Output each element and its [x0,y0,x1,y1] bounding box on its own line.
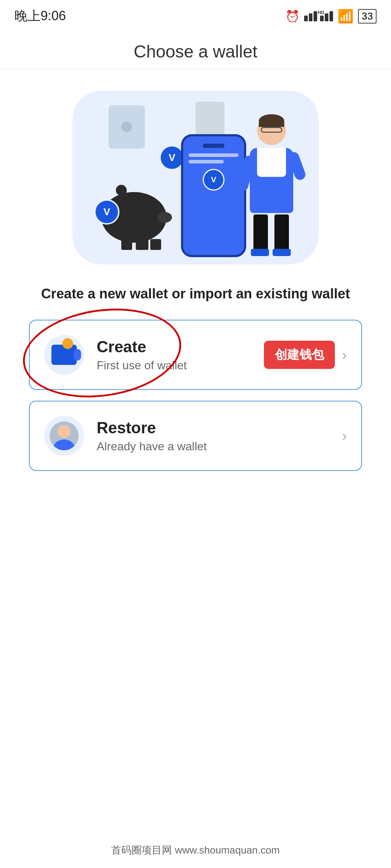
page-title: Choose a wallet [7,42,384,61]
svg-rect-5 [325,13,328,21]
piggy-leg-2 [121,239,132,250]
restore-chevron-icon: › [342,428,347,444]
restore-person-icon [50,421,79,450]
status-time: 晚上9:06 [14,7,66,25]
status-icons: ⏰ HD 📶 33 [285,8,377,24]
create-chevron-icon: › [342,347,347,363]
piggy-snout [157,212,172,223]
options-container: Create First use of wallet 创建钱包 › Restor… [14,320,377,471]
hero-illustration: V V V [72,91,319,264]
svg-rect-0 [304,16,308,21]
status-bar: 晚上9:06 ⏰ HD 📶 33 [0,0,391,31]
alarm-icon: ⏰ [285,9,300,23]
person-shoe-right [273,249,291,256]
restore-person-head [58,425,71,438]
phone-coin: V [203,169,224,191]
person-head [257,116,286,145]
person-hair [259,114,284,127]
create-icon-container [44,335,84,375]
person-shoe-left [251,249,269,256]
phone-line-2 [189,160,224,163]
create-option-subtitle: First use of wallet [97,359,257,372]
phone-notch [203,144,224,148]
person-shirt [257,148,286,177]
phone-illustration: V [181,134,246,257]
restore-wallet-card[interactable]: Restore Already have a wallet › [29,401,362,471]
person-body [250,148,293,213]
wallet-icon [51,345,77,365]
create-option-text: Create First use of wallet [97,338,257,372]
phone-line-1 [189,153,239,157]
piggy-leg-3 [136,239,147,250]
battery-icon: 33 [358,9,377,24]
coin-on-piggy: V [94,199,119,225]
person-leg-right [274,214,289,251]
watermark: 首码圈项目网 www.shoumaquan.com [0,843,391,857]
piggy-ear [116,185,127,196]
person-leg-left [253,214,268,251]
hero-section: V V V [0,69,391,485]
person-glasses [261,127,282,133]
person-arm-left [236,154,256,192]
person-arm-right [287,150,307,181]
bg-box-2 [196,102,224,138]
person-illustration [239,116,304,254]
page-header: Choose a wallet [0,31,391,69]
svg-rect-4 [320,16,324,21]
create-wallet-card[interactable]: Create First use of wallet 创建钱包 › [29,320,362,390]
create-badge[interactable]: 创建钱包 [264,341,335,369]
svg-text:HD: HD [318,10,324,15]
restore-option-text: Restore Already have a wallet [97,419,335,453]
svg-rect-6 [329,11,333,21]
restore-option-title: Restore [97,419,335,437]
restore-option-subtitle: Already have a wallet [97,440,335,453]
wifi-icon: 📶 [337,9,354,24]
wallet-coin-small [62,338,73,349]
signal-icon: HD [304,8,333,24]
phone-lines [189,153,239,163]
create-option-title: Create [97,338,257,356]
person-legs [239,214,304,256]
piggy-leg-4 [150,239,161,250]
hero-subtitle: Create a new wallet or import an existin… [41,286,350,302]
restore-icon-container [44,416,84,456]
bg-box-1 [109,105,145,149]
bg-dot [121,122,132,132]
restore-person-body [53,439,75,450]
svg-rect-2 [314,11,317,21]
svg-rect-1 [309,13,312,21]
